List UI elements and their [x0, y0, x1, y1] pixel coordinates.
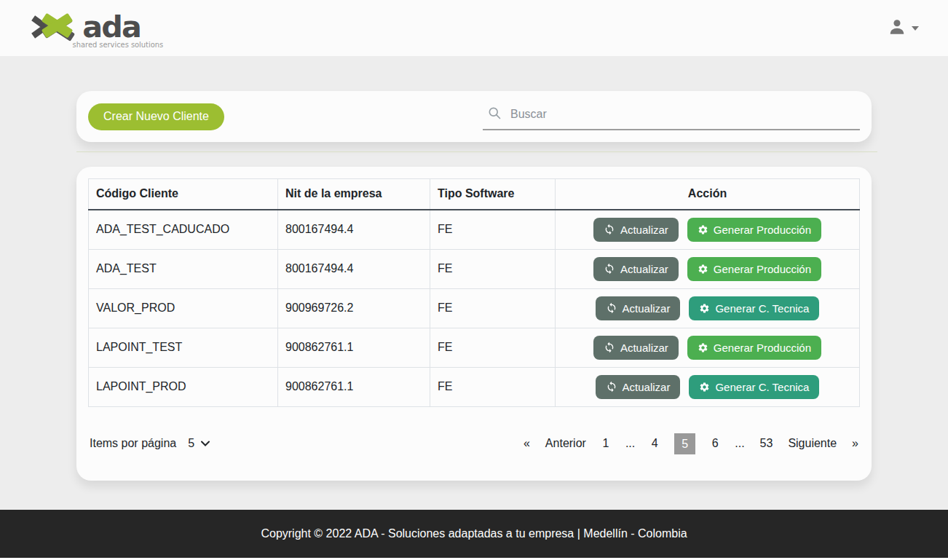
toolbar-card: Crear Nuevo Cliente [76, 91, 872, 142]
pagination-next[interactable]: Siguiente [788, 437, 837, 450]
cell-accion: Actualizar Generar C. Tecnica [556, 288, 860, 328]
brand-text: ada [82, 9, 141, 44]
update-button-label: Actualizar [620, 342, 668, 354]
pagination-page[interactable]: 53 [760, 437, 773, 450]
cell-nit: 800167494.4 [278, 249, 430, 288]
table-header-row: Código Cliente Nit de la empresa Tipo So… [89, 179, 860, 210]
update-button[interactable]: Actualizar [593, 218, 679, 242]
cell-tipo-software: FE [430, 367, 556, 406]
pagination-page[interactable]: 1 [601, 437, 610, 450]
pagination-page[interactable]: 6 [711, 437, 719, 450]
search-icon [487, 106, 502, 123]
pagination-page[interactable]: 4 [650, 437, 659, 450]
ada-logo[interactable]: ada shared services solutions [25, 4, 169, 52]
clients-table: Código Cliente Nit de la empresa Tipo So… [88, 178, 860, 407]
cell-accion: Actualizar Generar Producción [556, 328, 860, 367]
page-background: Crear Nuevo Cliente C [0, 56, 948, 510]
table-row: VALOR_PROD 900969726.2 FE Actualizar [89, 288, 860, 328]
pagination-first[interactable]: « [524, 437, 530, 450]
generate-button-label: Generar Producción [714, 342, 811, 354]
create-client-button[interactable]: Crear Nuevo Cliente [88, 103, 224, 130]
page-size-control: Items por página 5 [90, 437, 210, 450]
cell-codigo-cliente: LAPOINT_TEST [89, 328, 278, 367]
page-size-select[interactable]: 5 [188, 437, 210, 450]
generate-button[interactable]: Generar C. Tecnica [689, 375, 819, 399]
column-header-accion: Acción [556, 179, 860, 210]
refresh-icon [604, 342, 615, 353]
chevron-down-icon [912, 26, 919, 31]
column-header-codigo: Código Cliente [89, 179, 278, 210]
cell-tipo-software: FE [430, 288, 556, 328]
table-body: ADA_TEST_CADUCADO 800167494.4 FE Actuali… [89, 210, 860, 407]
pagination: « Anterior 1...456...53 Siguiente » [524, 433, 858, 454]
update-button-label: Actualizar [623, 381, 671, 393]
cell-accion: Actualizar Generar Producción [556, 210, 860, 250]
cell-nit: 800167494.4 [278, 210, 430, 250]
chevron-down-icon [201, 441, 210, 446]
clients-table-card: Código Cliente Nit de la empresa Tipo So… [76, 167, 872, 481]
search-input[interactable] [510, 108, 858, 121]
brand-tagline: shared services solutions [73, 41, 164, 49]
pagination-ellipsis: ... [735, 437, 744, 450]
generate-button-label: Generar Producción [714, 224, 811, 236]
cell-nit: 900862761.1 [278, 367, 430, 406]
pagination-last[interactable]: » [852, 437, 858, 450]
search-field[interactable] [483, 103, 860, 130]
refresh-icon [604, 263, 615, 275]
gear-icon [699, 382, 710, 393]
update-button-label: Actualizar [620, 224, 668, 236]
cell-nit: 900969726.2 [278, 288, 430, 328]
cell-codigo-cliente: VALOR_PROD [89, 288, 278, 328]
site-footer: Copyright © 2022 ADA - Soluciones adapta… [0, 510, 948, 558]
column-header-tipo: Tipo Software [430, 179, 556, 210]
cell-accion: Actualizar Generar C. Tecnica [556, 367, 860, 406]
refresh-icon [604, 224, 615, 235]
cell-codigo-cliente: ADA_TEST_CADUCADO [89, 210, 278, 250]
generate-button-label: Generar Producción [714, 263, 811, 275]
pagination-page[interactable]: 5 [674, 433, 695, 454]
cell-nit: 900862761.1 [278, 328, 430, 367]
cell-tipo-software: FE [430, 328, 556, 367]
cell-tipo-software: FE [430, 249, 556, 288]
ada-logo-icon: ada shared services solutions [25, 4, 169, 52]
generate-button[interactable]: Generar Producción [687, 218, 821, 242]
table-row: LAPOINT_TEST 900862761.1 FE Actualizar [89, 328, 860, 367]
cell-codigo-cliente: LAPOINT_PROD [89, 367, 278, 406]
top-navbar: ada shared services solutions [0, 0, 948, 56]
user-icon [888, 17, 906, 39]
gear-icon [699, 303, 710, 314]
generate-button-label: Generar C. Tecnica [715, 381, 809, 393]
cell-accion: Actualizar Generar Producción [556, 249, 860, 288]
table-row: ADA_TEST_CADUCADO 800167494.4 FE Actuali… [89, 210, 860, 250]
pagination-pages: 1...456...53 [601, 433, 773, 454]
section-divider [76, 151, 877, 152]
table-footer: Items por página 5 « Anterior 1...456...… [88, 433, 860, 454]
update-button[interactable]: Actualizar [593, 336, 679, 360]
update-button-label: Actualizar [623, 302, 671, 315]
gear-icon [698, 224, 708, 235]
cell-tipo-software: FE [430, 210, 556, 250]
pagination-ellipsis: ... [625, 437, 635, 450]
refresh-icon [606, 302, 617, 314]
generate-button[interactable]: Generar Producción [687, 257, 821, 281]
user-menu[interactable] [888, 17, 919, 39]
generate-button-label: Generar C. Tecnica [715, 302, 809, 315]
generate-button[interactable]: Generar C. Tecnica [689, 296, 819, 320]
pagination-prev[interactable]: Anterior [545, 437, 586, 450]
generate-button[interactable]: Generar Producción [687, 336, 821, 360]
gear-icon [698, 264, 708, 275]
update-button[interactable]: Actualizar [596, 296, 681, 320]
update-button[interactable]: Actualizar [596, 375, 681, 399]
table-row: LAPOINT_PROD 900862761.1 FE Actualizar [89, 367, 860, 406]
gear-icon [698, 342, 708, 353]
refresh-icon [606, 381, 617, 393]
items-per-page-label: Items por página [90, 437, 176, 450]
cell-codigo-cliente: ADA_TEST [89, 249, 278, 288]
column-header-nit: Nit de la empresa [278, 179, 430, 210]
page-size-value: 5 [188, 437, 194, 450]
update-button[interactable]: Actualizar [593, 257, 679, 281]
table-row: ADA_TEST 800167494.4 FE Actualizar [89, 249, 860, 288]
update-button-label: Actualizar [620, 263, 668, 275]
copyright-text: Copyright © 2022 ADA - Soluciones adapta… [261, 527, 687, 540]
